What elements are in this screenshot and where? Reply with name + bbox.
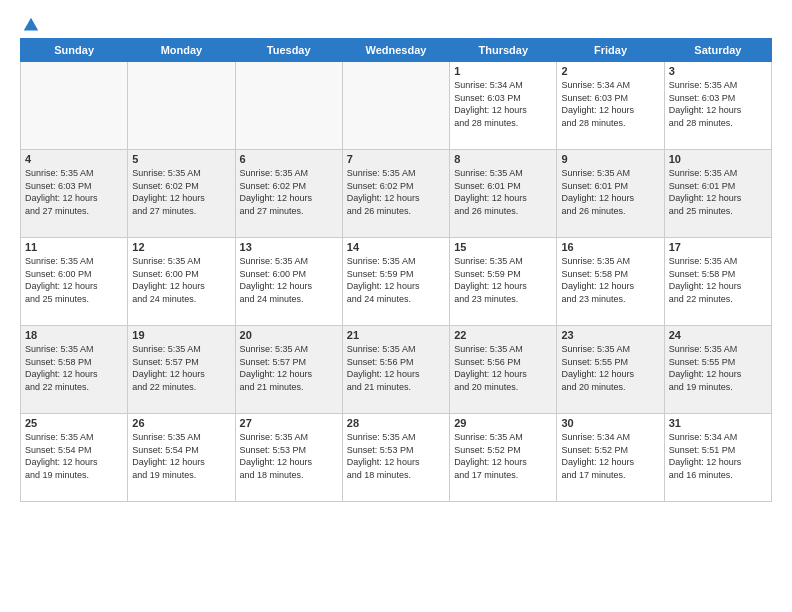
day-info: Sunrise: 5:35 AM Sunset: 6:03 PM Dayligh… (25, 167, 123, 217)
day-info: Sunrise: 5:35 AM Sunset: 6:01 PM Dayligh… (669, 167, 767, 217)
header (20, 16, 772, 30)
calendar-cell (342, 62, 449, 150)
calendar-cell: 9Sunrise: 5:35 AM Sunset: 6:01 PM Daylig… (557, 150, 664, 238)
day-info: Sunrise: 5:34 AM Sunset: 6:03 PM Dayligh… (454, 79, 552, 129)
day-number: 27 (240, 417, 338, 429)
day-info: Sunrise: 5:35 AM Sunset: 5:53 PM Dayligh… (240, 431, 338, 481)
calendar-cell: 22Sunrise: 5:35 AM Sunset: 5:56 PM Dayli… (450, 326, 557, 414)
day-number: 29 (454, 417, 552, 429)
day-info: Sunrise: 5:35 AM Sunset: 5:54 PM Dayligh… (132, 431, 230, 481)
weekday-header-thursday: Thursday (450, 39, 557, 62)
day-info: Sunrise: 5:35 AM Sunset: 6:00 PM Dayligh… (25, 255, 123, 305)
calendar-cell: 28Sunrise: 5:35 AM Sunset: 5:53 PM Dayli… (342, 414, 449, 502)
day-number: 7 (347, 153, 445, 165)
day-info: Sunrise: 5:35 AM Sunset: 6:00 PM Dayligh… (240, 255, 338, 305)
day-info: Sunrise: 5:35 AM Sunset: 6:01 PM Dayligh… (561, 167, 659, 217)
calendar-cell: 20Sunrise: 5:35 AM Sunset: 5:57 PM Dayli… (235, 326, 342, 414)
day-number: 21 (347, 329, 445, 341)
weekday-header-saturday: Saturday (664, 39, 771, 62)
calendar-cell (128, 62, 235, 150)
calendar-cell: 29Sunrise: 5:35 AM Sunset: 5:52 PM Dayli… (450, 414, 557, 502)
calendar-cell: 31Sunrise: 5:34 AM Sunset: 5:51 PM Dayli… (664, 414, 771, 502)
day-info: Sunrise: 5:35 AM Sunset: 5:55 PM Dayligh… (561, 343, 659, 393)
day-number: 18 (25, 329, 123, 341)
weekday-header-friday: Friday (557, 39, 664, 62)
calendar-cell: 26Sunrise: 5:35 AM Sunset: 5:54 PM Dayli… (128, 414, 235, 502)
page: SundayMondayTuesdayWednesdayThursdayFrid… (0, 0, 792, 612)
calendar-cell: 30Sunrise: 5:34 AM Sunset: 5:52 PM Dayli… (557, 414, 664, 502)
week-row-3: 11Sunrise: 5:35 AM Sunset: 6:00 PM Dayli… (21, 238, 772, 326)
day-number: 24 (669, 329, 767, 341)
day-number: 12 (132, 241, 230, 253)
calendar-cell: 17Sunrise: 5:35 AM Sunset: 5:58 PM Dayli… (664, 238, 771, 326)
weekday-header-monday: Monday (128, 39, 235, 62)
calendar-cell: 12Sunrise: 5:35 AM Sunset: 6:00 PM Dayli… (128, 238, 235, 326)
day-number: 5 (132, 153, 230, 165)
calendar-cell: 23Sunrise: 5:35 AM Sunset: 5:55 PM Dayli… (557, 326, 664, 414)
week-row-2: 4Sunrise: 5:35 AM Sunset: 6:03 PM Daylig… (21, 150, 772, 238)
calendar-cell: 14Sunrise: 5:35 AM Sunset: 5:59 PM Dayli… (342, 238, 449, 326)
logo (20, 16, 40, 30)
day-info: Sunrise: 5:34 AM Sunset: 5:52 PM Dayligh… (561, 431, 659, 481)
day-info: Sunrise: 5:35 AM Sunset: 6:02 PM Dayligh… (347, 167, 445, 217)
day-info: Sunrise: 5:35 AM Sunset: 5:57 PM Dayligh… (132, 343, 230, 393)
day-number: 3 (669, 65, 767, 77)
calendar-cell (21, 62, 128, 150)
day-number: 22 (454, 329, 552, 341)
day-info: Sunrise: 5:35 AM Sunset: 5:52 PM Dayligh… (454, 431, 552, 481)
calendar-cell: 27Sunrise: 5:35 AM Sunset: 5:53 PM Dayli… (235, 414, 342, 502)
weekday-header-row: SundayMondayTuesdayWednesdayThursdayFrid… (21, 39, 772, 62)
day-number: 20 (240, 329, 338, 341)
day-info: Sunrise: 5:35 AM Sunset: 5:53 PM Dayligh… (347, 431, 445, 481)
weekday-header-wednesday: Wednesday (342, 39, 449, 62)
calendar-cell: 2Sunrise: 5:34 AM Sunset: 6:03 PM Daylig… (557, 62, 664, 150)
calendar-cell: 5Sunrise: 5:35 AM Sunset: 6:02 PM Daylig… (128, 150, 235, 238)
week-row-5: 25Sunrise: 5:35 AM Sunset: 5:54 PM Dayli… (21, 414, 772, 502)
calendar-cell: 21Sunrise: 5:35 AM Sunset: 5:56 PM Dayli… (342, 326, 449, 414)
calendar-cell: 8Sunrise: 5:35 AM Sunset: 6:01 PM Daylig… (450, 150, 557, 238)
day-number: 6 (240, 153, 338, 165)
calendar-cell: 10Sunrise: 5:35 AM Sunset: 6:01 PM Dayli… (664, 150, 771, 238)
day-number: 23 (561, 329, 659, 341)
day-number: 14 (347, 241, 445, 253)
day-number: 17 (669, 241, 767, 253)
day-info: Sunrise: 5:35 AM Sunset: 5:58 PM Dayligh… (561, 255, 659, 305)
day-number: 1 (454, 65, 552, 77)
day-info: Sunrise: 5:35 AM Sunset: 6:02 PM Dayligh… (132, 167, 230, 217)
calendar-cell: 24Sunrise: 5:35 AM Sunset: 5:55 PM Dayli… (664, 326, 771, 414)
day-info: Sunrise: 5:35 AM Sunset: 5:57 PM Dayligh… (240, 343, 338, 393)
day-info: Sunrise: 5:34 AM Sunset: 6:03 PM Dayligh… (561, 79, 659, 129)
calendar-cell: 15Sunrise: 5:35 AM Sunset: 5:59 PM Dayli… (450, 238, 557, 326)
calendar-cell: 25Sunrise: 5:35 AM Sunset: 5:54 PM Dayli… (21, 414, 128, 502)
calendar-cell: 18Sunrise: 5:35 AM Sunset: 5:58 PM Dayli… (21, 326, 128, 414)
day-info: Sunrise: 5:35 AM Sunset: 5:54 PM Dayligh… (25, 431, 123, 481)
day-number: 8 (454, 153, 552, 165)
calendar-cell: 13Sunrise: 5:35 AM Sunset: 6:00 PM Dayli… (235, 238, 342, 326)
day-number: 26 (132, 417, 230, 429)
calendar-cell: 6Sunrise: 5:35 AM Sunset: 6:02 PM Daylig… (235, 150, 342, 238)
day-info: Sunrise: 5:34 AM Sunset: 5:51 PM Dayligh… (669, 431, 767, 481)
calendar: SundayMondayTuesdayWednesdayThursdayFrid… (20, 38, 772, 502)
weekday-header-tuesday: Tuesday (235, 39, 342, 62)
day-number: 10 (669, 153, 767, 165)
day-number: 13 (240, 241, 338, 253)
calendar-cell: 16Sunrise: 5:35 AM Sunset: 5:58 PM Dayli… (557, 238, 664, 326)
day-info: Sunrise: 5:35 AM Sunset: 5:56 PM Dayligh… (454, 343, 552, 393)
day-number: 16 (561, 241, 659, 253)
calendar-cell: 11Sunrise: 5:35 AM Sunset: 6:00 PM Dayli… (21, 238, 128, 326)
day-number: 15 (454, 241, 552, 253)
calendar-cell: 3Sunrise: 5:35 AM Sunset: 6:03 PM Daylig… (664, 62, 771, 150)
week-row-4: 18Sunrise: 5:35 AM Sunset: 5:58 PM Dayli… (21, 326, 772, 414)
day-info: Sunrise: 5:35 AM Sunset: 6:00 PM Dayligh… (132, 255, 230, 305)
day-number: 9 (561, 153, 659, 165)
day-info: Sunrise: 5:35 AM Sunset: 5:59 PM Dayligh… (347, 255, 445, 305)
day-info: Sunrise: 5:35 AM Sunset: 5:58 PM Dayligh… (25, 343, 123, 393)
calendar-cell: 1Sunrise: 5:34 AM Sunset: 6:03 PM Daylig… (450, 62, 557, 150)
day-info: Sunrise: 5:35 AM Sunset: 5:58 PM Dayligh… (669, 255, 767, 305)
logo-icon (22, 16, 40, 34)
day-number: 2 (561, 65, 659, 77)
calendar-cell: 19Sunrise: 5:35 AM Sunset: 5:57 PM Dayli… (128, 326, 235, 414)
calendar-cell (235, 62, 342, 150)
calendar-cell: 4Sunrise: 5:35 AM Sunset: 6:03 PM Daylig… (21, 150, 128, 238)
day-info: Sunrise: 5:35 AM Sunset: 5:56 PM Dayligh… (347, 343, 445, 393)
